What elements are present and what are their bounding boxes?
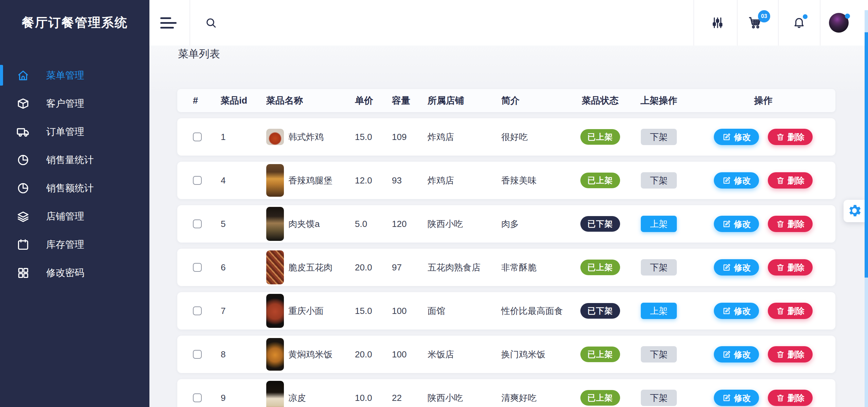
- delete-button[interactable]: 删除: [768, 259, 813, 276]
- shelf-off-button[interactable]: 下架: [641, 259, 677, 276]
- sidebar-item[interactable]: 销售额统计: [0, 174, 149, 202]
- delete-button[interactable]: 删除: [768, 216, 813, 232]
- sidebar-item[interactable]: 菜单管理: [0, 61, 149, 89]
- actions-cell: 修改删除: [691, 346, 835, 362]
- row-select-cell: [177, 219, 216, 228]
- dish-name: 重庆小面: [288, 305, 324, 317]
- search-icon[interactable]: [202, 14, 219, 31]
- dish-name-cell: 重庆小面: [263, 294, 350, 328]
- actions-cell: 修改删除: [691, 216, 835, 232]
- table-row: 9凉皮10.022陕西小吃清爽好吃已上架下架修改删除: [177, 379, 835, 407]
- shelf-op-cell: 下架: [627, 390, 691, 406]
- edit-button[interactable]: 修改: [714, 390, 759, 406]
- status-badge: 已下架: [580, 216, 620, 232]
- column-header: 所属店铺: [424, 94, 496, 107]
- dish-name: 香辣鸡腿堡: [288, 175, 332, 187]
- sidebar-item[interactable]: 库存管理: [0, 230, 149, 259]
- edit-button[interactable]: 修改: [714, 346, 759, 362]
- edit-button[interactable]: 修改: [714, 259, 759, 276]
- table-header-row: #菜品id菜品名称单价容量所属店铺简介菜品状态上架操作操作: [177, 89, 835, 112]
- avatar[interactable]: [829, 13, 849, 33]
- sidebar-item[interactable]: 订单管理: [0, 118, 149, 146]
- capacity-cell: 97: [387, 262, 424, 273]
- dish-id-cell: 6: [216, 262, 263, 273]
- sidebar-item-label: 订单管理: [46, 125, 84, 138]
- dish-id-cell: 7: [216, 306, 263, 316]
- menu-toggle-button[interactable]: [160, 14, 181, 32]
- capacity-cell: 109: [387, 132, 424, 142]
- edit-button[interactable]: 修改: [714, 303, 759, 319]
- shelf-off-button[interactable]: 下架: [641, 172, 677, 189]
- bell-icon[interactable]: [791, 14, 808, 31]
- shelf-on-button[interactable]: 上架: [641, 216, 677, 232]
- divider: [820, 0, 820, 46]
- table-row: 4香辣鸡腿堡12.093炸鸡店香辣美味已上架下架修改删除: [177, 162, 835, 199]
- column-header: 单价: [350, 94, 387, 107]
- dish-id-cell: 9: [216, 393, 263, 403]
- dish-name: 凉皮: [288, 392, 306, 404]
- sidebar-item[interactable]: 客户管理: [0, 89, 149, 118]
- price-cell: 15.0: [350, 132, 387, 142]
- shelf-off-button[interactable]: 下架: [641, 129, 677, 145]
- settings-fab[interactable]: [844, 200, 865, 222]
- shop-cell: 炸鸡店: [424, 131, 496, 143]
- dish-name-cell: 脆皮五花肉: [263, 250, 350, 284]
- edit-button[interactable]: 修改: [714, 129, 759, 145]
- delete-button[interactable]: 删除: [768, 390, 813, 406]
- column-header: 上架操作: [627, 94, 691, 107]
- status-badge: 已上架: [580, 260, 620, 275]
- cart-icon[interactable]: 03: [745, 13, 765, 33]
- row-checkbox[interactable]: [193, 350, 202, 359]
- column-header: 菜品id: [216, 94, 263, 107]
- capacity-cell: 22: [387, 393, 424, 403]
- divider: [693, 0, 694, 46]
- top-navbar: 餐厅订餐管理系统 03: [0, 0, 868, 46]
- dish-name: 肉夹馍a: [288, 218, 320, 230]
- row-checkbox[interactable]: [193, 176, 202, 185]
- divider: [189, 0, 190, 46]
- edit-button[interactable]: 修改: [714, 172, 759, 189]
- sidebar-item[interactable]: 修改密码: [0, 259, 149, 287]
- status-badge: 已上架: [580, 129, 620, 145]
- delete-button[interactable]: 删除: [768, 129, 813, 145]
- dish-name-cell: 韩式炸鸡: [263, 129, 350, 145]
- row-checkbox[interactable]: [193, 393, 202, 402]
- edit-button[interactable]: 修改: [714, 216, 759, 232]
- shelf-off-button[interactable]: 下架: [641, 390, 677, 406]
- delete-button[interactable]: 删除: [768, 172, 813, 189]
- row-checkbox[interactable]: [193, 219, 202, 228]
- calendar-icon: [16, 238, 30, 251]
- shelf-op-cell: 下架: [627, 259, 691, 276]
- intro-cell: 换门鸡米饭: [496, 349, 574, 360]
- status-cell: 已上架: [574, 129, 627, 145]
- app-logo: 餐厅订餐管理系统: [0, 0, 149, 46]
- shelf-on-button[interactable]: 上架: [641, 303, 677, 319]
- sidebar-item-label: 销售量统计: [46, 154, 94, 166]
- scrollbar-thumb[interactable]: [865, 32, 868, 278]
- sidebar-item-label: 客户管理: [46, 97, 84, 110]
- capacity-cell: 100: [387, 349, 424, 360]
- row-select-cell: [177, 132, 216, 141]
- active-indicator: [0, 65, 3, 86]
- sidebar-item-label: 修改密码: [46, 266, 84, 279]
- dish-id-cell: 8: [216, 349, 263, 360]
- table-row: 1韩式炸鸡15.0109炸鸡店很好吃已上架下架修改删除: [177, 118, 835, 156]
- row-checkbox[interactable]: [193, 306, 202, 315]
- sidebar-item-label: 店铺管理: [46, 210, 84, 223]
- sidebar-item-label: 菜单管理: [46, 69, 84, 82]
- sidebar-item[interactable]: 销售量统计: [0, 146, 149, 174]
- intro-cell: 肉多: [496, 218, 574, 230]
- status-badge: 已下架: [580, 303, 620, 319]
- sidebar-item[interactable]: 店铺管理: [0, 202, 149, 230]
- delete-button[interactable]: 删除: [768, 346, 813, 362]
- sliders-icon[interactable]: [709, 14, 726, 31]
- row-checkbox[interactable]: [193, 263, 202, 272]
- column-header: 简介: [496, 94, 574, 107]
- status-cell: 已上架: [574, 173, 627, 188]
- row-checkbox[interactable]: [193, 132, 202, 141]
- shelf-off-button[interactable]: 下架: [641, 346, 677, 362]
- delete-button[interactable]: 删除: [768, 303, 813, 319]
- shelf-op-cell: 下架: [627, 346, 691, 362]
- notification-dot: [803, 14, 808, 19]
- shop-cell: 炸鸡店: [424, 175, 496, 187]
